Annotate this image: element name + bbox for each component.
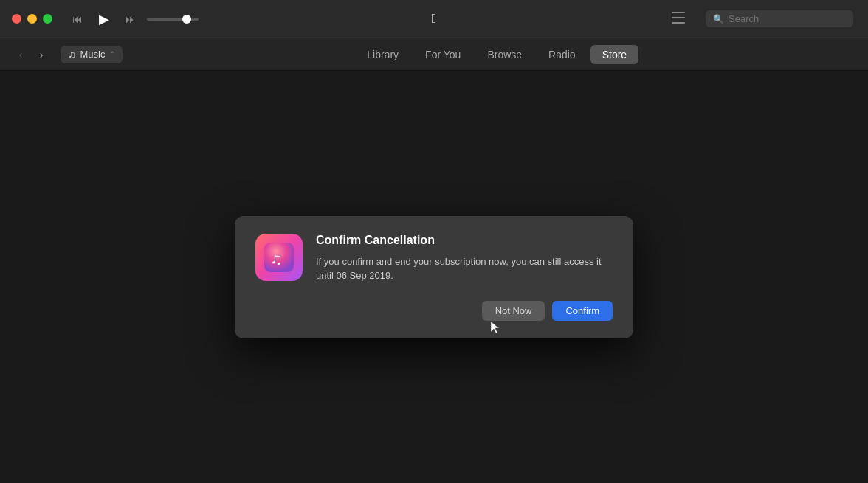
dialog-title: Confirm Cancellation [316, 234, 613, 247]
maximize-button[interactable] [43, 14, 52, 24]
confirm-button[interactable]: Confirm [552, 301, 613, 321]
titlebar: ⏮ ▶ ⏭  🔍 [0, 0, 868, 38]
tab-library[interactable]: Library [355, 45, 410, 64]
dialog-message: If you confirm and end your subscription… [316, 254, 613, 283]
svg-rect-2 [672, 22, 685, 24]
tab-for-you[interactable]: For You [413, 45, 472, 64]
traffic-lights [12, 14, 52, 24]
nav-arrows: ‹ › [12, 46, 50, 63]
close-button[interactable] [12, 14, 21, 24]
music-badge[interactable]: ♫ Music ⌃ [61, 46, 123, 63]
fast-forward-button[interactable]: ⏭ [120, 12, 141, 27]
minimize-button[interactable] [27, 14, 37, 24]
dialog-text: Confirm Cancellation If you confirm and … [316, 234, 613, 283]
playback-controls: ⏮ ▶ ⏭ [67, 12, 141, 27]
volume-slider[interactable] [147, 18, 199, 21]
volume-thumb [182, 15, 191, 24]
music-note-icon: ♫ [68, 49, 76, 60]
dialog-content: ♫ Confirm Cancellation If you confirm an… [255, 234, 613, 283]
search-input[interactable] [728, 13, 846, 24]
navbar: ‹ › ♫ Music ⌃ Library For You Browse Rad… [0, 38, 868, 71]
app-icon: ♫ [255, 234, 303, 281]
main-content: ♫ Confirm Cancellation If you confirm an… [0, 71, 868, 483]
tab-store[interactable]: Store [590, 45, 638, 64]
dialog-buttons: Not Now Confirm [255, 301, 613, 321]
back-arrow[interactable]: ‹ [12, 46, 30, 63]
music-label: Music [80, 49, 106, 60]
not-now-button[interactable]: Not Now [482, 301, 545, 321]
apple-logo:  [432, 11, 437, 27]
modal-overlay: ♫ Confirm Cancellation If you confirm an… [0, 71, 868, 483]
search-bar[interactable]: 🔍 [706, 10, 853, 27]
rewind-button[interactable]: ⏮ [67, 12, 88, 27]
svg-rect-0 [672, 12, 685, 13]
dialog: ♫ Confirm Cancellation If you confirm an… [235, 216, 633, 338]
nav-tabs: Library For You Browse Radio Store [137, 45, 856, 64]
chevron-icon: ⌃ [109, 50, 115, 58]
menu-icon[interactable] [672, 12, 685, 27]
volume-control[interactable] [147, 18, 199, 21]
tab-browse[interactable]: Browse [475, 45, 534, 64]
forward-arrow[interactable]: › [32, 46, 50, 63]
svg-rect-1 [672, 17, 685, 18]
search-icon: 🔍 [713, 14, 724, 24]
svg-text:♫: ♫ [270, 250, 283, 268]
tab-radio[interactable]: Radio [537, 45, 588, 64]
play-button[interactable]: ▶ [94, 12, 114, 27]
music-icon-svg: ♫ [264, 243, 294, 272]
